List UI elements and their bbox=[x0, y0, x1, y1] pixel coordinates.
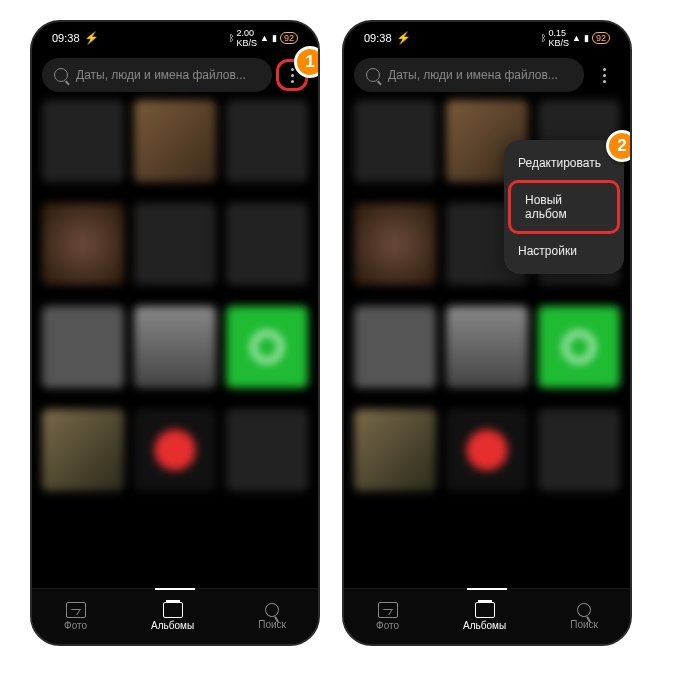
signal-icon: ▮ bbox=[272, 33, 277, 43]
bolt-icon: ⚡ bbox=[396, 31, 411, 45]
statusbar: 09:38 ⚡ ᛒ 2.00KB/S ▲ ▮ 92 bbox=[32, 22, 318, 54]
status-time: 09:38 bbox=[364, 32, 392, 44]
bottom-tabbar: Фото Альбомы Поиск bbox=[32, 588, 318, 644]
tab-label: Альбомы bbox=[151, 620, 194, 631]
phone-screenshot-1: 09:38 ⚡ ᛒ 2.00KB/S ▲ ▮ 92 Даты, люди и и… bbox=[30, 20, 320, 646]
tab-search[interactable]: Поиск bbox=[570, 603, 598, 630]
search-placeholder: Даты, люди и имена файлов... bbox=[388, 68, 558, 82]
tab-albums[interactable]: Альбомы bbox=[151, 602, 194, 631]
tab-photos[interactable]: Фото bbox=[64, 602, 87, 631]
compass-icon bbox=[576, 601, 593, 618]
wifi-icon: ▲ bbox=[572, 33, 581, 43]
signal-icon: ▮ bbox=[584, 33, 589, 43]
search-icon bbox=[54, 68, 68, 82]
search-input[interactable]: Даты, люди и имена файлов... bbox=[42, 58, 272, 92]
photo-icon bbox=[378, 602, 398, 618]
tab-label: Альбомы bbox=[463, 620, 506, 631]
tab-albums[interactable]: Альбомы bbox=[463, 602, 506, 631]
menu-item-settings[interactable]: Настройки bbox=[504, 234, 624, 268]
tab-label: Фото bbox=[376, 620, 399, 631]
search-placeholder: Даты, люди и имена файлов... bbox=[76, 68, 246, 82]
photo-icon bbox=[66, 602, 86, 618]
compass-icon bbox=[264, 601, 281, 618]
tab-label: Фото bbox=[64, 620, 87, 631]
dropdown-menu: Редактировать Новый альбом Настройки bbox=[504, 140, 624, 274]
status-time: 09:38 bbox=[52, 32, 80, 44]
search-input[interactable]: Даты, люди и имена файлов... bbox=[354, 58, 584, 92]
albums-icon bbox=[163, 602, 183, 618]
more-options-button[interactable] bbox=[588, 59, 620, 91]
net-speed: 0.15KB/S bbox=[549, 28, 570, 48]
battery-badge: 92 bbox=[280, 32, 298, 44]
phone-screenshot-2: 09:38 ⚡ ᛒ 0.15KB/S ▲ ▮ 92 Даты, люди и и… bbox=[342, 20, 632, 646]
tab-search[interactable]: Поиск bbox=[258, 603, 286, 630]
annotation-step-1: 1 bbox=[294, 46, 320, 78]
net-speed: 2.00KB/S bbox=[237, 28, 258, 48]
bluetooth-icon: ᛒ bbox=[229, 33, 234, 43]
statusbar: 09:38 ⚡ ᛒ 0.15KB/S ▲ ▮ 92 bbox=[344, 22, 630, 54]
tab-label: Поиск bbox=[570, 619, 598, 630]
menu-item-new-album[interactable]: Новый альбом bbox=[508, 180, 620, 234]
bluetooth-icon: ᛒ bbox=[541, 33, 546, 43]
battery-badge: 92 bbox=[592, 32, 610, 44]
tab-photos[interactable]: Фото bbox=[376, 602, 399, 631]
albums-content bbox=[32, 100, 318, 588]
search-icon bbox=[366, 68, 380, 82]
bolt-icon: ⚡ bbox=[84, 31, 99, 45]
wifi-icon: ▲ bbox=[260, 33, 269, 43]
bottom-tabbar: Фото Альбомы Поиск bbox=[344, 588, 630, 644]
annotation-step-2: 2 bbox=[606, 130, 632, 162]
albums-icon bbox=[475, 602, 495, 618]
tab-label: Поиск bbox=[258, 619, 286, 630]
